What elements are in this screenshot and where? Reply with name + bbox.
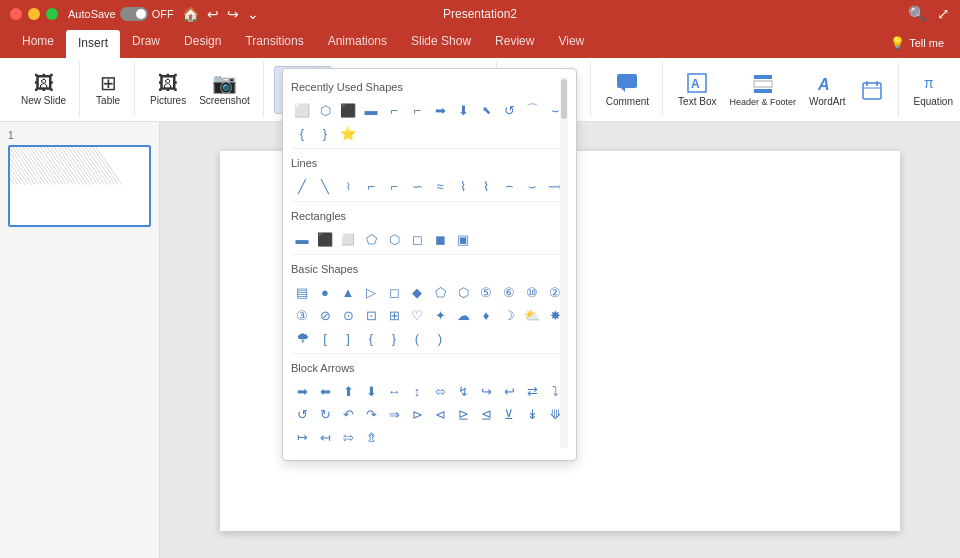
search-icon[interactable]: 🔍 <box>908 5 927 23</box>
textbox-button[interactable]: A Text Box <box>673 69 721 110</box>
tab-animations[interactable]: Animations <box>316 28 399 58</box>
shape-rect[interactable]: ▬ <box>291 228 313 250</box>
redo-icon[interactable]: ↪ <box>227 6 239 22</box>
shape-arrow[interactable]: ↻ <box>314 403 336 425</box>
shape-basic[interactable]: ● <box>314 281 336 303</box>
shape-line[interactable]: ⌐ <box>383 175 405 197</box>
shape-basic[interactable]: ⊘ <box>314 304 336 326</box>
shape-basic[interactable]: ⑤ <box>475 281 497 303</box>
shape-rect[interactable]: ⬛ <box>314 228 336 250</box>
shape-arrow[interactable]: ⬄ <box>429 380 451 402</box>
wordart-button[interactable]: A WordArt <box>804 69 851 110</box>
shape-item[interactable]: ▬ <box>360 99 382 121</box>
equation-button[interactable]: π Equation <box>909 69 958 110</box>
shape-item[interactable]: } <box>314 122 336 144</box>
shape-basic[interactable]: ⬠ <box>429 281 451 303</box>
more-icon[interactable]: ⌄ <box>247 6 259 22</box>
shape-basic[interactable]: ⛅ <box>521 304 543 326</box>
shape-rect[interactable]: ◼ <box>429 228 451 250</box>
tab-slideshow[interactable]: Slide Show <box>399 28 483 58</box>
shape-line[interactable]: ⌢ <box>498 175 520 197</box>
shape-basic[interactable]: ◆ <box>406 281 428 303</box>
shape-arrow[interactable]: ↕ <box>406 380 428 402</box>
comment-button[interactable]: Comment <box>601 69 654 110</box>
shape-arrow[interactable]: ↪ <box>475 380 497 402</box>
tab-view[interactable]: View <box>546 28 596 58</box>
shape-arrow[interactable]: ↩ <box>498 380 520 402</box>
tab-transitions[interactable]: Transitions <box>233 28 315 58</box>
shape-rect[interactable]: ▣ <box>452 228 474 250</box>
shape-arrow[interactable]: ⊴ <box>475 403 497 425</box>
shape-arrow[interactable]: ↶ <box>337 403 359 425</box>
shape-basic[interactable]: ▷ <box>360 281 382 303</box>
table-button[interactable]: ⊞ Table <box>90 70 126 109</box>
window-controls[interactable] <box>10 8 58 20</box>
shape-basic[interactable]: ☁ <box>452 304 474 326</box>
shape-item[interactable]: ⌐ <box>406 99 428 121</box>
maximize-button[interactable] <box>46 8 58 20</box>
tab-draw[interactable]: Draw <box>120 28 172 58</box>
shape-line[interactable]: ∽ <box>406 175 428 197</box>
shape-arrow[interactable]: ↔ <box>383 380 405 402</box>
fullscreen-icon[interactable]: ⤢ <box>937 5 950 23</box>
shape-item[interactable]: ⭐ <box>337 122 359 144</box>
shape-item[interactable]: ⬉ <box>475 99 497 121</box>
autosave-toggle[interactable] <box>120 7 148 21</box>
shape-rect[interactable]: ⬜ <box>337 228 359 250</box>
shape-basic[interactable]: ( <box>406 327 428 349</box>
pictures-button[interactable]: 🖼 Pictures <box>145 70 191 109</box>
shape-rect[interactable]: ◻ <box>406 228 428 250</box>
shape-basic[interactable]: ♦ <box>475 304 497 326</box>
shape-line[interactable]: ╲ <box>314 175 336 197</box>
shape-basic[interactable]: ⑥ <box>498 281 520 303</box>
tab-review[interactable]: Review <box>483 28 546 58</box>
shape-item[interactable]: ➡ <box>429 99 451 121</box>
shape-basic[interactable]: { <box>360 327 382 349</box>
shape-basic[interactable]: ◻ <box>383 281 405 303</box>
shape-item[interactable]: ⌐ <box>383 99 405 121</box>
shape-basic[interactable]: ] <box>337 327 359 349</box>
shape-basic[interactable]: ⑩ <box>521 281 543 303</box>
tab-design[interactable]: Design <box>172 28 233 58</box>
shape-basic[interactable]: ⊡ <box>360 304 382 326</box>
shape-arrow[interactable]: ⊲ <box>429 403 451 425</box>
shape-item[interactable]: ⬛ <box>337 99 359 121</box>
shape-basic[interactable]: 🌩 <box>291 327 313 349</box>
shape-basic[interactable]: ⬡ <box>452 281 474 303</box>
screenshot-button[interactable]: 📷 Screenshot <box>194 70 255 109</box>
shape-line[interactable]: ⌇ <box>337 175 359 197</box>
tab-home[interactable]: Home <box>10 28 66 58</box>
shape-arrow[interactable]: ↯ <box>452 380 474 402</box>
shape-arrow[interactable]: ⇄ <box>521 380 543 402</box>
shapes-scrollbar[interactable] <box>560 77 568 448</box>
shape-arrow[interactable]: ↺ <box>291 403 313 425</box>
shape-arrow[interactable]: ↤ <box>314 426 336 448</box>
shape-item[interactable]: ⌒ <box>521 99 543 121</box>
shape-basic[interactable]: [ <box>314 327 336 349</box>
shape-arrow[interactable]: ↦ <box>291 426 313 448</box>
date-time-button[interactable] <box>854 76 890 104</box>
shape-arrow[interactable]: ⬅ <box>314 380 336 402</box>
shape-arrow[interactable]: ⇯ <box>360 426 382 448</box>
shape-rect[interactable]: ⬡ <box>383 228 405 250</box>
shape-line[interactable]: ⌇ <box>452 175 474 197</box>
shape-item[interactable]: { <box>291 122 313 144</box>
shape-basic[interactable]: ▤ <box>291 281 313 303</box>
shape-line[interactable]: ⌇ <box>475 175 497 197</box>
shape-basic[interactable]: ✦ <box>429 304 451 326</box>
new-slide-button[interactable]: 🖼 New Slide <box>16 70 71 109</box>
shape-basic[interactable]: ☽ <box>498 304 520 326</box>
shape-item[interactable]: ↺ <box>498 99 520 121</box>
minimize-button[interactable] <box>28 8 40 20</box>
shape-line[interactable]: ╱ <box>291 175 313 197</box>
shape-line[interactable]: ⌣ <box>521 175 543 197</box>
shape-basic[interactable]: ♡ <box>406 304 428 326</box>
home-icon[interactable]: 🏠 <box>182 6 199 22</box>
shape-item[interactable]: ⬡ <box>314 99 336 121</box>
shape-basic[interactable]: ⊞ <box>383 304 405 326</box>
shape-line[interactable]: ≈ <box>429 175 451 197</box>
scrollbar-thumb[interactable] <box>561 79 567 119</box>
shape-basic[interactable]: ▲ <box>337 281 359 303</box>
shape-basic[interactable]: ③ <box>291 304 313 326</box>
shape-arrow[interactable]: ⬆ <box>337 380 359 402</box>
